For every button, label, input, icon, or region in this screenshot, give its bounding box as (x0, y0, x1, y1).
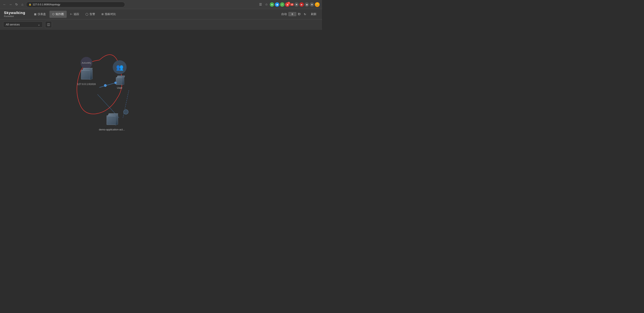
nav-dashboard[interactable]: ▦ 仪表盘 (31, 11, 49, 18)
header-right: 自动 6 秒 ↻ 刷新 (281, 12, 318, 17)
home-button[interactable]: ⌂ (20, 2, 24, 7)
ext-green-icon[interactable]: ● (270, 2, 274, 7)
off-badge: off (290, 3, 294, 6)
topology-canvas[interactable]: ActiveMQ 127.0.0.1:61616 👥 (0, 30, 322, 156)
address-bar[interactable]: 🔒 127.0.0.1:8080/topology (26, 2, 125, 7)
topology-icon: ⬡ (52, 13, 54, 15)
refresh-button[interactable]: ↻ (14, 2, 18, 7)
seconds-label: 秒 (298, 12, 301, 16)
refresh-icon-button[interactable]: ↻ (302, 12, 308, 16)
app-logo: Skywalking Rocketbot (4, 11, 25, 17)
refresh-seconds-input[interactable]: 6 (288, 12, 296, 16)
compare-icon: ⊞ (102, 13, 104, 15)
user-avatar[interactable]: 😀 (315, 2, 320, 7)
forward-button[interactable]: → (8, 2, 13, 7)
topology-svg (0, 30, 322, 156)
layout-toggle-button[interactable]: ◫ (45, 21, 52, 28)
refresh-button-main[interactable]: 刷新 (309, 12, 318, 17)
user-node-label: User (117, 86, 122, 89)
app-header: Skywalking Rocketbot ▦ 仪表盘 ⬡ 拓扑图 ⊢ 追踪 ◯ … (0, 9, 322, 19)
browser-actions: ☰ ☆ ● ◆ ✓ ◈ 7 off ■ ▶ ◆ ■ 😀 (258, 2, 320, 7)
logo-name: Skywalking (4, 11, 25, 15)
ext-icon-6[interactable]: ▶ (300, 2, 304, 7)
activemq-node[interactable]: ActiveMQ 127.0.0.1:61616 (77, 67, 96, 86)
toolbar: All services ⌄ ◫ (0, 19, 322, 30)
svg-point-1 (104, 84, 106, 87)
nav-dashboard-label: 仪表盘 (38, 12, 46, 16)
ext-icon-5[interactable]: ■ (294, 2, 299, 7)
demo-app-node-label: demo-application-act... (99, 128, 125, 131)
content-area: ActiveMQ 127.0.0.1:61616 👥 (0, 30, 322, 156)
activemq-cube (80, 67, 93, 81)
nav-topology[interactable]: ⬡ 拓扑图 (50, 11, 67, 18)
ext-icon-7[interactable]: ◆ (304, 2, 309, 7)
nav-alarm[interactable]: ◯ 告警 (83, 11, 98, 18)
activemq-label-text: ActiveMQ (82, 62, 91, 64)
trace-icon: ⊢ (70, 13, 72, 15)
ext-icon-8[interactable]: ■ (310, 2, 314, 7)
service-selector-label: All services (6, 23, 20, 26)
nav-alarm-label: 告警 (90, 12, 95, 16)
dashboard-icon: ▦ (34, 13, 36, 15)
lock-icon: 🔒 (29, 3, 32, 6)
nav-trace-label: 追踪 (74, 12, 79, 16)
badge-number: 7 (288, 2, 290, 4)
browser-chrome: ← → ↻ ⌂ 🔒 127.0.0.1:8080/topology ☰ ☆ ● … (0, 0, 322, 9)
user-node[interactable]: 👥 User (113, 60, 126, 89)
layout-icon: ◫ (47, 22, 50, 26)
ext-blue-icon[interactable]: ◆ (275, 2, 279, 7)
ext-green2-icon[interactable]: ✓ (280, 2, 284, 7)
logo-sub: Rocketbot (4, 15, 25, 17)
nav-compare-label: 指标对比 (105, 12, 116, 16)
menu-icon[interactable]: ☰ (258, 2, 263, 7)
auto-label: 自动 (281, 12, 287, 16)
star-icon[interactable]: ☆ (264, 2, 269, 7)
topology-container: ActiveMQ 127.0.0.1:61616 👥 (0, 30, 322, 156)
back-button[interactable]: ← (2, 2, 7, 7)
nav-compare[interactable]: ⊞ 指标对比 (99, 11, 119, 18)
demo-app-cube (105, 113, 119, 126)
nav-menu: ▦ 仪表盘 ⬡ 拓扑图 ⊢ 追踪 ◯ 告警 ⊞ 指标对比 (31, 9, 119, 19)
chevron-down-icon: ⌄ (38, 23, 40, 26)
demo-app-node[interactable]: demo-application-act... (99, 113, 125, 131)
ext-red-badge[interactable]: ◈ 7 (285, 2, 290, 7)
nav-trace[interactable]: ⊢ 追踪 (68, 11, 82, 18)
activemq-node-label: 127.0.0.1:61616 (77, 83, 96, 86)
user-icon-container: 👥 (113, 60, 126, 74)
alarm-icon: ◯ (86, 13, 88, 15)
url-text: 127.0.0.1:8080/topology (33, 3, 60, 6)
user-connector-dot (114, 82, 117, 84)
activemq-badge: ActiveMQ (80, 57, 92, 69)
service-selector[interactable]: All services ⌄ (3, 21, 43, 27)
nav-topology-label: 拓扑图 (56, 12, 64, 16)
